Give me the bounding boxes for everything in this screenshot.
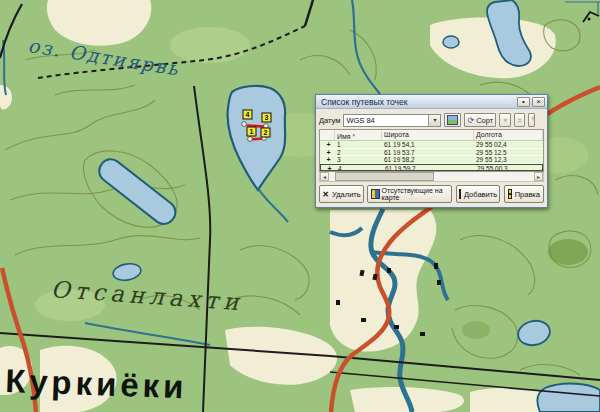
header-latitude[interactable]: Широта bbox=[382, 130, 474, 140]
datum-label: Датум bbox=[319, 116, 340, 125]
header-icon-col[interactable] bbox=[320, 130, 335, 140]
cell-latitude: 61 19 53,7 bbox=[382, 149, 474, 156]
sort-arrows-icon: ⟳ bbox=[467, 116, 474, 125]
datum-combobox[interactable]: WGS 84 ▾ bbox=[343, 114, 441, 127]
close-button[interactable]: × bbox=[532, 97, 545, 107]
cell-longitude: 29 55 12,3 bbox=[474, 156, 543, 163]
missing-button-label: Отсутствующие на карте bbox=[382, 187, 448, 201]
dialog-client-area: Датум WGS 84 ▾ ⟳ Сорт ✶ # ✎ Имя ▾ Ши bbox=[316, 109, 547, 207]
app-screen: 4 3 1 2 оз. Одтиярвь Отсанлахти Куркиёки… bbox=[0, 0, 600, 412]
cell-name: 3 bbox=[335, 156, 382, 163]
waypoint-icon bbox=[459, 189, 461, 199]
rollup-button[interactable]: • bbox=[517, 97, 530, 107]
svg-text:3: 3 bbox=[265, 114, 269, 121]
delete-button[interactable]: ✕ Удалить bbox=[319, 185, 364, 203]
cell-name: 4 bbox=[336, 165, 383, 171]
dialog-titlebar[interactable]: Список путевых точек • × bbox=[316, 95, 547, 109]
delete-button-label: Удалить bbox=[332, 190, 361, 199]
waypoint-cross-icon: + bbox=[321, 165, 336, 171]
waypoint-marker[interactable]: 1 bbox=[247, 127, 256, 136]
sort-button-label: Сорт bbox=[476, 116, 493, 125]
waypoint-cross-icon: + bbox=[320, 149, 335, 156]
edit-button[interactable]: Правка bbox=[504, 185, 544, 203]
add-button-label: Добавить bbox=[464, 190, 497, 199]
add-button[interactable]: Добавить bbox=[456, 185, 500, 203]
waypoint-cross-icon: + bbox=[320, 141, 335, 148]
cell-longitude: 29 55 12,5 bbox=[474, 149, 543, 156]
scroll-right-icon[interactable]: ▸ bbox=[534, 172, 543, 181]
cell-longitude: 29 55 00,3 bbox=[475, 165, 542, 171]
chevron-down-icon[interactable]: ▾ bbox=[428, 115, 440, 126]
svg-text:2: 2 bbox=[264, 129, 268, 136]
cell-longitude: 29 55 02,4 bbox=[474, 141, 543, 148]
datum-value: WGS 84 bbox=[344, 115, 428, 126]
cell-latitude: 61 19 59,2 bbox=[383, 165, 475, 171]
dialog-button-row: ✕ Удалить Отсутствующие на карте Добавит… bbox=[319, 182, 544, 204]
star-button-disabled: ✶ bbox=[499, 113, 511, 127]
edit-symbol-button-clipped[interactable]: ✎ bbox=[528, 113, 535, 127]
sort-indicator-icon: ▾ bbox=[353, 132, 356, 138]
table-header-row: Имя ▾ Широта Долгота bbox=[320, 130, 543, 141]
table-row-selected[interactable]: + 4 61 19 59,2 29 55 00,3 bbox=[320, 164, 543, 172]
waypoint-icon bbox=[508, 189, 512, 199]
table-row[interactable]: + 3 61 19 58,2 29 55 12,3 bbox=[320, 156, 543, 164]
waypoint-marker[interactable]: 2 bbox=[261, 128, 270, 137]
header-longitude[interactable]: Долгота bbox=[474, 130, 543, 140]
waypoint-symbol-button[interactable] bbox=[444, 113, 461, 127]
number-button-disabled: # bbox=[514, 113, 524, 127]
missing-on-map-button[interactable]: Отсутствующие на карте bbox=[367, 185, 452, 203]
svg-text:1: 1 bbox=[250, 128, 254, 135]
waypoint-marker[interactable]: 3 bbox=[262, 113, 271, 122]
scrollbar-track[interactable] bbox=[329, 172, 534, 181]
cell-name: 2 bbox=[335, 149, 382, 156]
scroll-left-icon[interactable]: ◂ bbox=[320, 172, 329, 181]
waypoint-marker[interactable]: 4 bbox=[243, 110, 252, 119]
waypoint-table: Имя ▾ Широта Долгота + 1 61 19 54,1 29 5… bbox=[319, 129, 544, 172]
svg-text:4: 4 bbox=[246, 111, 250, 118]
table-row[interactable]: + 2 61 19 53,7 29 55 12,5 bbox=[320, 149, 543, 157]
delete-x-icon: ✕ bbox=[322, 190, 329, 199]
waypoint-list-dialog: Список путевых точек • × Датум WGS 84 ▾ … bbox=[315, 94, 548, 208]
cell-latitude: 61 19 54,1 bbox=[382, 141, 474, 148]
dialog-toolbar: Датум WGS 84 ▾ ⟳ Сорт ✶ # ✎ bbox=[319, 112, 544, 128]
flag-icon bbox=[371, 189, 380, 199]
cell-name: 1 bbox=[335, 141, 382, 148]
pencil-icon: ✎ bbox=[531, 115, 535, 125]
horizontal-scrollbar[interactable]: ◂ ▸ bbox=[319, 172, 544, 182]
edit-button-label: Правка bbox=[515, 190, 540, 199]
table-row[interactable]: + 1 61 19 54,1 29 55 02,4 bbox=[320, 141, 543, 149]
header-name[interactable]: Имя ▾ bbox=[335, 130, 382, 140]
sort-button[interactable]: ⟳ Сорт bbox=[464, 113, 496, 127]
cell-latitude: 61 19 58,2 bbox=[382, 156, 474, 163]
scrollbar-thumb[interactable] bbox=[335, 172, 433, 181]
waypoint-cross-icon: + bbox=[320, 156, 335, 163]
dialog-title: Список путевых точек bbox=[321, 96, 515, 108]
picture-icon bbox=[447, 115, 458, 125]
